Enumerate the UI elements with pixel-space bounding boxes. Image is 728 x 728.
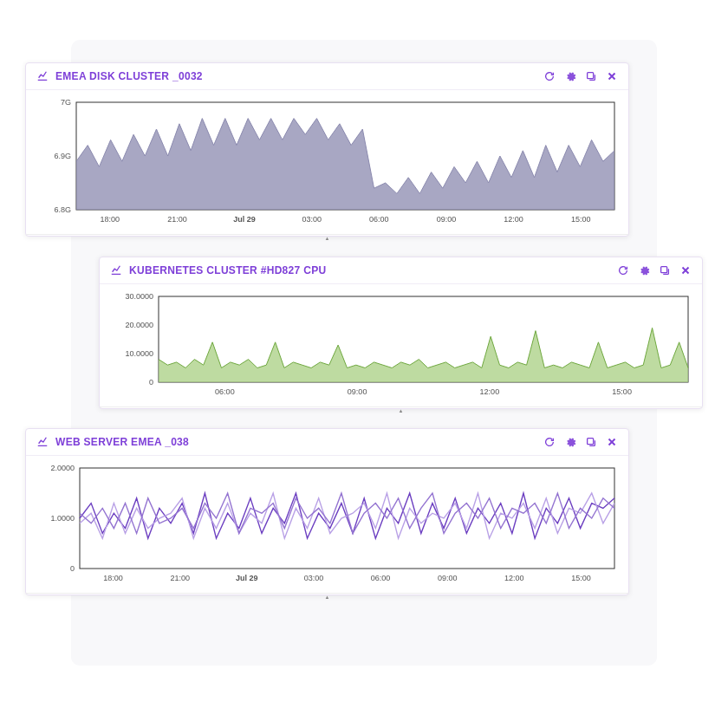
svg-rect-23 (588, 439, 594, 445)
gear-icon[interactable] (564, 70, 576, 82)
close-icon[interactable] (679, 264, 692, 276)
svg-text:12:00: 12:00 (504, 215, 523, 224)
svg-text:30.0000: 30.0000 (125, 292, 153, 301)
svg-text:Jul 29: Jul 29 (233, 215, 256, 224)
duplicate-icon[interactable] (585, 70, 597, 82)
svg-text:6.8G: 6.8G (54, 205, 71, 214)
close-icon[interactable] (606, 70, 618, 82)
gear-icon[interactable] (564, 436, 576, 448)
chart-icon (36, 70, 49, 82)
svg-text:0: 0 (149, 378, 153, 387)
panel-body: 30.000020.000010.0000006:0009:0012:0015:… (100, 284, 702, 406)
panel-actions (617, 264, 692, 276)
panel-emea-disk: EMEA DISK CLUSTER _0032 7G6.9G6.8G18:002… (25, 62, 629, 237)
resize-grip[interactable]: ▲ (26, 593, 628, 600)
svg-text:21:00: 21:00 (170, 574, 190, 582)
refresh-icon[interactable] (617, 264, 629, 276)
resize-grip[interactable]: ▲ (26, 234, 628, 241)
panel-actions (543, 436, 618, 448)
panel-header[interactable]: WEB SERVER EMEA _038 (26, 429, 628, 456)
refresh-icon[interactable] (543, 436, 556, 448)
svg-text:18:00: 18:00 (103, 574, 123, 582)
panel-kubernetes-cpu: KUBERNETES CLUSTER #HD827 CPU 30.000020.… (99, 257, 703, 409)
svg-text:0: 0 (70, 564, 75, 573)
chart-web-server: 2.00001.0000018:0021:00Jul 2903:0006:000… (35, 463, 621, 586)
close-icon[interactable] (606, 436, 618, 448)
resize-grip[interactable]: ▲ (100, 406, 702, 413)
svg-rect-13 (661, 267, 667, 273)
svg-rect-0 (588, 73, 594, 79)
chart-icon (36, 436, 49, 448)
panel-body: 7G6.9G6.8G18:0021:00Jul 2903:0006:0009:0… (26, 90, 628, 234)
svg-text:2.0000: 2.0000 (50, 464, 75, 472)
svg-text:10.0000: 10.0000 (125, 349, 153, 358)
gear-icon[interactable] (638, 264, 650, 276)
svg-text:Jul 29: Jul 29 (236, 574, 258, 582)
svg-text:06:00: 06:00 (371, 574, 391, 582)
svg-text:15:00: 15:00 (571, 574, 591, 582)
panel-header[interactable]: KUBERNETES CLUSTER #HD827 CPU (100, 257, 702, 284)
svg-text:06:00: 06:00 (369, 215, 389, 224)
svg-text:12:00: 12:00 (480, 387, 500, 396)
panel-body: 2.00001.0000018:0021:00Jul 2903:0006:000… (26, 456, 628, 593)
panel-title-group: EMEA DISK CLUSTER _0032 (36, 70, 203, 82)
svg-text:18:00: 18:00 (101, 215, 120, 224)
svg-text:20.0000: 20.0000 (125, 321, 153, 329)
svg-text:06:00: 06:00 (215, 387, 235, 396)
duplicate-icon[interactable] (659, 264, 671, 276)
duplicate-icon[interactable] (585, 436, 597, 448)
refresh-icon[interactable] (543, 70, 556, 82)
chart-kubernetes-cpu: 30.000020.000010.0000006:0009:0012:0015:… (108, 291, 695, 400)
panel-title: KUBERNETES CLUSTER #HD827 CPU (129, 264, 326, 276)
svg-text:03:00: 03:00 (304, 574, 324, 582)
svg-text:1.0000: 1.0000 (50, 514, 75, 523)
svg-text:15:00: 15:00 (612, 387, 632, 396)
svg-text:6.9G: 6.9G (54, 152, 71, 160)
svg-text:15:00: 15:00 (571, 215, 591, 224)
svg-text:09:00: 09:00 (438, 574, 458, 582)
panel-actions (543, 70, 618, 82)
panel-title-group: WEB SERVER EMEA _038 (36, 436, 189, 448)
panel-title: EMEA DISK CLUSTER _0032 (55, 70, 203, 82)
panel-title-group: KUBERNETES CLUSTER #HD827 CPU (110, 264, 326, 276)
svg-text:7G: 7G (61, 98, 71, 107)
svg-text:21:00: 21:00 (167, 215, 187, 224)
svg-text:09:00: 09:00 (437, 215, 457, 224)
chart-icon (110, 264, 122, 276)
svg-text:12:00: 12:00 (504, 574, 524, 582)
chart-emea-disk: 7G6.9G6.8G18:0021:00Jul 2903:0006:0009:0… (35, 97, 621, 227)
panel-header[interactable]: EMEA DISK CLUSTER _0032 (26, 63, 628, 90)
svg-text:03:00: 03:00 (302, 215, 322, 224)
panel-web-server: WEB SERVER EMEA _038 2.00001.0000018:002… (25, 428, 629, 595)
panel-title: WEB SERVER EMEA _038 (55, 436, 189, 448)
svg-text:09:00: 09:00 (348, 387, 367, 396)
